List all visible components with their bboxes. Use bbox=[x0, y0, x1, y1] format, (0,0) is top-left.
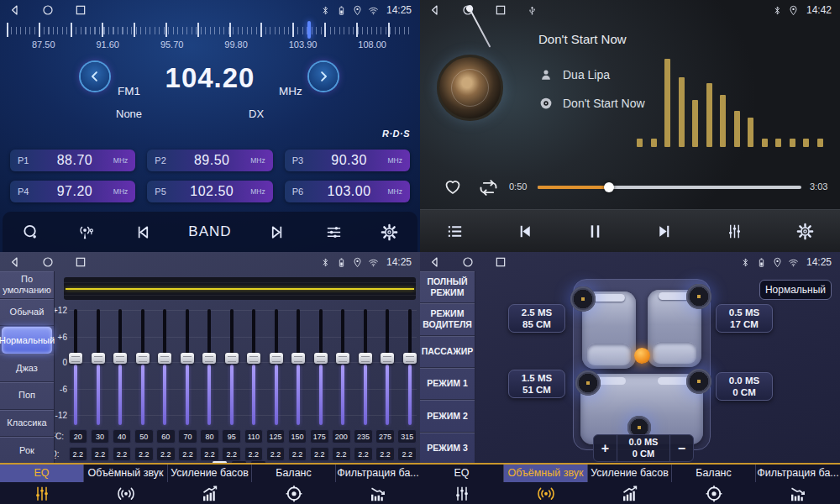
recents-icon[interactable] bbox=[494, 255, 507, 269]
tab-label[interactable]: Объёмный звук bbox=[84, 465, 168, 482]
tab-balance[interactable]: Баланс bbox=[672, 465, 756, 504]
seek-down-button[interactable] bbox=[81, 62, 109, 91]
eq-band-slider[interactable] bbox=[136, 307, 150, 427]
tab-surround-sound[interactable]: Объёмный звук bbox=[84, 465, 168, 504]
slider-handle[interactable] bbox=[92, 353, 105, 364]
audio-settings-icon[interactable] bbox=[324, 223, 344, 242]
slider-handle[interactable] bbox=[336, 353, 349, 364]
tab-label[interactable]: EQ bbox=[420, 465, 504, 482]
eq-band-slider[interactable] bbox=[92, 307, 105, 427]
increase-button[interactable]: + bbox=[594, 435, 617, 461]
slider-handle[interactable] bbox=[69, 353, 82, 364]
slider-handle[interactable] bbox=[136, 353, 150, 364]
progress-bar[interactable] bbox=[538, 186, 801, 189]
radio-preset-p6[interactable]: P6103.00MHz bbox=[285, 181, 410, 202]
settings-gear-icon[interactable] bbox=[795, 222, 815, 241]
slider-handle[interactable] bbox=[359, 353, 372, 364]
eq-preset-item[interactable]: По умолчанию bbox=[0, 271, 54, 299]
slider-handle[interactable] bbox=[247, 353, 260, 364]
slider-handle[interactable] bbox=[181, 353, 194, 364]
eq-preset-item[interactable]: Обычай bbox=[0, 299, 54, 327]
tab-label[interactable]: Фильтрация ба... bbox=[756, 465, 840, 482]
front-left-delay-button[interactable]: 2.5 MS 85 CM bbox=[508, 304, 565, 333]
slider-handle[interactable] bbox=[158, 353, 171, 364]
equalizer-icon[interactable] bbox=[725, 222, 744, 241]
recents-icon[interactable] bbox=[74, 3, 87, 17]
tab-filter[interactable]: Фильтрация ба... bbox=[756, 465, 840, 504]
tab-bass-boost[interactable]: Усиление басов bbox=[588, 465, 672, 504]
eq-band-slider[interactable] bbox=[113, 307, 127, 427]
back-icon[interactable] bbox=[8, 3, 22, 17]
slider-handle[interactable] bbox=[202, 353, 216, 364]
eq-band-slider[interactable] bbox=[225, 307, 239, 427]
surround-preset-button[interactable]: Нормальный bbox=[759, 280, 832, 300]
next-track-icon[interactable] bbox=[655, 222, 675, 241]
next-icon[interactable] bbox=[268, 223, 287, 242]
eq-band-slider[interactable] bbox=[69, 307, 82, 427]
surround-mode-item[interactable]: ПОЛНЫЙ РЕЖИМ bbox=[420, 271, 475, 303]
rear-right-delay-button[interactable]: 0.0 MS 0 CM bbox=[716, 372, 773, 401]
tab-label[interactable]: Усиление басов bbox=[588, 465, 672, 482]
repeat-icon[interactable] bbox=[477, 176, 500, 199]
scan-icon[interactable] bbox=[21, 223, 40, 242]
surround-mode-item[interactable]: РЕЖИМ ВОДИТЕЛЯ bbox=[420, 303, 475, 335]
surround-mode-item[interactable]: ПАССАЖИР bbox=[420, 336, 475, 368]
tab-bass-boost[interactable]: Усиление басов bbox=[168, 465, 252, 504]
band-button[interactable]: BAND bbox=[188, 223, 231, 240]
eq-preset-item[interactable]: Джаз bbox=[0, 354, 54, 382]
eq-band-slider[interactable] bbox=[336, 307, 349, 427]
tab-label[interactable]: Баланс bbox=[252, 465, 336, 482]
back-icon[interactable] bbox=[8, 255, 22, 269]
tab-eq[interactable]: EQ bbox=[420, 465, 504, 504]
eq-band-slider[interactable] bbox=[314, 307, 328, 427]
previous-track-icon[interactable] bbox=[515, 222, 534, 241]
tab-balance[interactable]: Баланс bbox=[252, 465, 336, 504]
radio-preset-p5[interactable]: P5102.50MHz bbox=[147, 181, 272, 202]
eq-band-slider[interactable] bbox=[202, 307, 216, 427]
recents-icon[interactable] bbox=[494, 3, 507, 17]
eq-band-slider[interactable] bbox=[158, 307, 171, 427]
previous-icon[interactable] bbox=[133, 223, 152, 242]
slider-handle[interactable] bbox=[291, 353, 305, 364]
slider-handle[interactable] bbox=[270, 353, 283, 364]
frequency-scale[interactable] bbox=[7, 22, 413, 39]
radio-preset-p3[interactable]: P390.30MHz bbox=[285, 150, 410, 171]
home-icon[interactable] bbox=[461, 255, 475, 269]
tab-surround-sound[interactable]: Объёмный звук bbox=[504, 465, 588, 504]
eq-band-slider[interactable] bbox=[247, 307, 260, 427]
rear-left-delay-button[interactable]: 1.5 MS 51 CM bbox=[508, 370, 565, 398]
surround-mode-item[interactable]: РЕЖИМ 1 bbox=[420, 368, 475, 400]
surround-mode-item[interactable]: РЕЖИМ 3 bbox=[420, 433, 475, 465]
back-icon[interactable] bbox=[428, 3, 442, 17]
pause-icon[interactable] bbox=[585, 222, 605, 241]
home-icon[interactable] bbox=[41, 255, 55, 269]
radio-tuner-icon[interactable] bbox=[76, 223, 96, 242]
favorite-icon[interactable] bbox=[443, 176, 463, 197]
eq-band-slider[interactable] bbox=[359, 307, 372, 427]
seek-up-button[interactable] bbox=[309, 62, 338, 91]
home-icon[interactable] bbox=[461, 3, 475, 17]
eq-band-slider[interactable] bbox=[403, 307, 417, 427]
settings-gear-icon[interactable] bbox=[380, 223, 399, 242]
eq-band-slider[interactable] bbox=[291, 307, 305, 427]
tab-eq[interactable]: EQ bbox=[0, 465, 84, 504]
decrease-button[interactable]: − bbox=[670, 435, 693, 461]
progress-knob[interactable] bbox=[604, 182, 614, 192]
slider-handle[interactable] bbox=[381, 353, 394, 364]
eq-preset-item[interactable]: Классика bbox=[0, 410, 54, 438]
slider-handle[interactable] bbox=[113, 353, 127, 364]
radio-preset-p1[interactable]: P188.70MHz bbox=[10, 150, 135, 171]
tab-label[interactable]: Баланс bbox=[672, 465, 756, 482]
eq-preset-item[interactable]: Рок bbox=[0, 437, 54, 465]
tab-label[interactable]: Усиление басов bbox=[168, 465, 252, 482]
front-right-delay-button[interactable]: 0.5 MS 17 CM bbox=[716, 304, 773, 333]
home-icon[interactable] bbox=[41, 3, 55, 17]
eq-preset-item[interactable]: Нормальный bbox=[2, 327, 52, 354]
slider-handle[interactable] bbox=[314, 353, 328, 364]
playlist-icon[interactable] bbox=[445, 222, 465, 241]
eq-band-slider[interactable] bbox=[270, 307, 283, 427]
eq-band-slider[interactable] bbox=[381, 307, 394, 427]
tab-label[interactable]: Объёмный звук bbox=[504, 465, 588, 482]
tab-label[interactable]: EQ bbox=[0, 465, 84, 482]
tab-label[interactable]: Фильтрация ба... bbox=[336, 465, 420, 482]
